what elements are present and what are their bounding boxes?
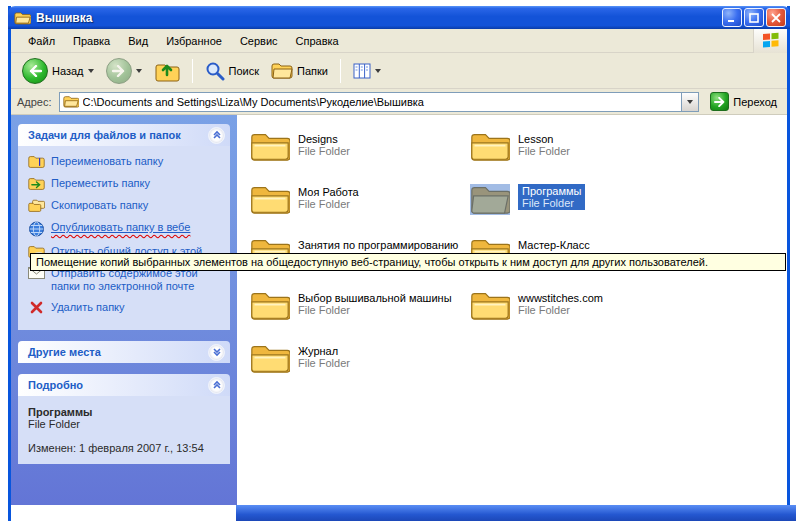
task-copy-folder[interactable]: Скопировать папку (28, 199, 226, 213)
address-dropdown-icon (687, 100, 693, 104)
details-item-name: Программы (28, 406, 224, 418)
menu-file[interactable]: Файл (19, 32, 64, 50)
file-name: Занятия по программированию (298, 239, 458, 251)
file-list-area: DesignsFile Folder LessonFile Folder Моя… (237, 115, 787, 505)
menu-help[interactable]: Справка (287, 32, 348, 50)
file-tasks-body: Переименовать папку Переместить папку (18, 146, 230, 330)
file-name: wwwstitches.com (518, 292, 603, 304)
file-name: Программы (522, 185, 581, 197)
other-places-section: Другие места (18, 341, 230, 363)
menu-favorites[interactable]: Избранное (157, 32, 231, 50)
minimize-button[interactable] (722, 8, 742, 27)
task-pane: Задачи для файлов и папок Переименовать … (11, 115, 237, 505)
views-icon (353, 63, 371, 79)
file-tile[interactable]: Выбор вышивальной машиныFile Folder (250, 290, 464, 343)
other-places-header[interactable]: Другие места (18, 341, 230, 363)
search-label: Поиск (229, 65, 259, 77)
file-name: Выбор вышивальной машины (298, 292, 452, 304)
expand-button[interactable] (208, 344, 225, 361)
collapse-button[interactable] (208, 377, 225, 394)
file-tile-labels: ПрограммыFile Folder (518, 184, 585, 210)
menu-view[interactable]: Вид (119, 32, 157, 50)
folder-up-icon (154, 59, 180, 83)
file-name: Моя Работа (298, 186, 359, 198)
file-type: File Folder (298, 198, 359, 210)
task-delete-folder[interactable]: Удалить папку (28, 301, 226, 314)
menu-edit[interactable]: Правка (64, 32, 119, 50)
file-type: File Folder (298, 357, 350, 369)
file-type: File Folder (518, 304, 603, 316)
file-type: File Folder (518, 145, 570, 157)
file-tile-labels: Моя РаботаFile Folder (298, 184, 359, 210)
folder-icon (250, 184, 290, 215)
folder-open-icon (14, 11, 31, 25)
back-button[interactable]: Назад (17, 56, 99, 86)
task-publish-folder[interactable]: Опубликовать папку в вебе (28, 221, 226, 237)
file-tile-labels: DesignsFile Folder (298, 131, 350, 157)
collapse-button[interactable] (208, 127, 225, 144)
views-button[interactable] (348, 61, 386, 81)
chevron-down-icon (212, 347, 222, 357)
address-bar: Адрес: Переход (11, 89, 787, 115)
task-label: Переместить папку (51, 177, 150, 190)
chevron-up-icon (212, 130, 222, 140)
details-body: Программы File Folder Изменен: 1 февраля… (18, 396, 230, 464)
move-folder-icon (28, 177, 45, 191)
search-button[interactable]: Поиск (200, 59, 264, 83)
address-label: Адрес: (17, 96, 52, 108)
other-places-title: Другие места (28, 346, 101, 358)
file-tile[interactable]: Моя РаботаFile Folder (250, 184, 464, 237)
copy-folder-icon (28, 199, 45, 213)
file-name: Журнал (298, 345, 350, 357)
task-label-text: Опубликовать папку в вебе (51, 221, 190, 233)
address-folder-icon (63, 95, 79, 108)
menu-bar: Файл Правка Вид Избранное Сервис Справка (11, 29, 787, 53)
file-tasks-header[interactable]: Задачи для файлов и папок (18, 124, 230, 146)
delete-icon (28, 301, 45, 314)
folders-icon (271, 62, 293, 80)
folder-icon (250, 290, 290, 321)
file-tile[interactable]: ЖурналFile Folder (250, 343, 464, 396)
file-tile[interactable]: ПрограммыFile Folder (470, 184, 684, 237)
tooltip: Помещение копий выбранных элементов на о… (30, 253, 786, 271)
task-rename-folder[interactable]: Переименовать папку (28, 155, 226, 169)
maximize-button[interactable] (744, 8, 764, 27)
forward-button[interactable] (101, 56, 147, 86)
go-button[interactable]: Переход (706, 91, 781, 112)
title-bar: Вышивка (8, 6, 790, 29)
search-icon (205, 61, 225, 81)
file-type: File Folder (522, 197, 581, 209)
forward-dropdown-icon (136, 69, 142, 73)
file-tile[interactable]: DesignsFile Folder (250, 131, 464, 184)
main-area: Задачи для файлов и папок Переименовать … (11, 115, 787, 505)
folder-icon-selected (470, 184, 510, 215)
address-input[interactable] (79, 96, 682, 108)
folder-icon (470, 131, 510, 162)
address-dropdown-button[interactable] (681, 93, 698, 111)
file-tasks-section: Задачи для файлов и папок Переименовать … (18, 124, 230, 330)
file-type: File Folder (298, 145, 350, 157)
close-button[interactable] (766, 8, 786, 27)
folder-icon (250, 343, 290, 374)
window-title: Вышивка (36, 11, 720, 25)
details-header[interactable]: Подробно (18, 374, 230, 396)
rename-folder-icon (28, 155, 45, 169)
windows-logo-icon (753, 29, 787, 53)
file-tile-labels: LessonFile Folder (518, 131, 570, 157)
chevron-up-icon (212, 380, 222, 390)
folders-button[interactable]: Папки (266, 60, 333, 82)
file-tile[interactable]: wwwstitches.comFile Folder (470, 290, 684, 343)
file-name: Designs (298, 133, 350, 145)
up-button[interactable] (149, 57, 185, 85)
file-name: Lesson (518, 133, 570, 145)
file-tile-labels: Выбор вышивальной машиныFile Folder (298, 290, 452, 316)
publish-web-icon (28, 221, 45, 237)
address-combobox (59, 92, 700, 112)
file-tile[interactable]: LessonFile Folder (470, 131, 684, 184)
details-item-modified: Изменен: 1 февраля 2007 г., 13:54 (28, 442, 224, 454)
task-move-folder[interactable]: Переместить папку (28, 177, 226, 191)
back-dropdown-icon (88, 69, 94, 73)
task-label: Скопировать папку (51, 199, 148, 212)
folders-label: Папки (297, 65, 328, 77)
menu-tools[interactable]: Сервис (231, 32, 287, 50)
